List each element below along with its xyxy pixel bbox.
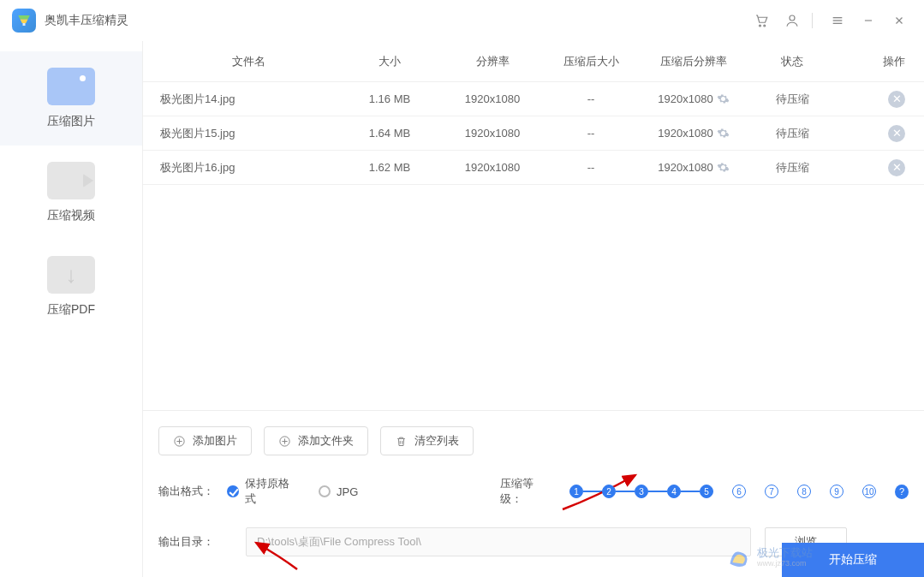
level-node-9[interactable]: 9: [830, 485, 844, 498]
svg-rect-0: [23, 23, 26, 26]
gear-icon[interactable]: [717, 127, 730, 140]
col-header-name: 文件名: [158, 54, 338, 69]
table-row: 极光图片15.jpg1.64 MB1920x1080--1920x1080待压缩…: [143, 116, 924, 151]
app-title: 奥凯丰压缩精灵: [45, 13, 128, 28]
cell-resolution: 1920x1080: [441, 161, 544, 174]
add-folder-button[interactable]: 添加文件夹: [264, 426, 368, 455]
level-node-2[interactable]: 2: [602, 485, 616, 498]
table-header: 文件名 大小 分辨率 压缩后大小 压缩后分辨率 状态 操作: [143, 41, 924, 82]
cell-csize: --: [544, 161, 638, 174]
level-node-8[interactable]: 8: [797, 485, 811, 498]
radio-keep-format[interactable]: 保持原格式: [227, 476, 295, 507]
button-label: 清空列表: [414, 433, 459, 449]
table-body: 极光图片14.jpg1.16 MB1920x1080--1920x1080待压缩…: [143, 82, 924, 410]
gear-icon[interactable]: [717, 92, 730, 105]
video-icon: [47, 162, 95, 199]
minimize-icon[interactable]: [855, 8, 881, 33]
col-header-csize: 压缩后大小: [544, 54, 638, 69]
watermark-text: 极光下载站: [757, 547, 813, 559]
sidebar-item-video[interactable]: 压缩视频: [0, 146, 142, 240]
sidebar-item-label: 压缩PDF: [47, 302, 95, 318]
radio-label: JPG: [337, 485, 358, 498]
sidebar-item-label: 压缩视频: [47, 208, 95, 223]
table-row: 极光图片14.jpg1.16 MB1920x1080--1920x1080待压缩…: [143, 82, 924, 116]
menu-icon[interactable]: [825, 8, 850, 33]
level-node-10[interactable]: 10: [862, 485, 876, 498]
cell-operation: ✕: [835, 91, 909, 108]
cell-size: 1.62 MB: [338, 161, 441, 174]
level-node-7[interactable]: 7: [765, 485, 778, 498]
delete-icon[interactable]: ✕: [888, 159, 905, 176]
cell-size: 1.16 MB: [338, 92, 441, 105]
svg-point-3: [790, 15, 795, 21]
watermark: 极光下载站 www.jz73.com: [726, 544, 813, 570]
app-logo: [12, 9, 36, 33]
radio-dot-icon: [227, 485, 238, 497]
button-label: 开始压缩: [829, 552, 877, 568]
level-node-3[interactable]: 3: [635, 485, 648, 498]
sidebar-item-pdf[interactable]: 压缩PDF: [0, 240, 142, 334]
delete-icon[interactable]: ✕: [888, 125, 905, 142]
close-icon[interactable]: [886, 8, 912, 33]
col-header-status: 状态: [749, 54, 835, 69]
level-node-5[interactable]: 5: [700, 485, 713, 498]
cell-cres: 1920x1080: [638, 161, 749, 174]
compression-level-slider[interactable]: 12345678910: [569, 485, 876, 498]
sidebar-item-label: 压缩图片: [47, 114, 95, 129]
button-label: 添加图片: [193, 433, 237, 449]
compression-level-label: 压缩等级：: [500, 476, 552, 507]
gear-icon[interactable]: [717, 161, 730, 174]
cell-csize: --: [544, 127, 638, 140]
cell-cres: 1920x1080: [638, 92, 749, 105]
cell-status: 待压缩: [749, 92, 835, 107]
sidebar-item-image[interactable]: 压缩图片: [0, 51, 142, 146]
col-header-size: 大小: [338, 54, 441, 69]
cell-status: 待压缩: [749, 126, 835, 141]
level-node-6[interactable]: 6: [732, 485, 746, 498]
cell-csize: --: [544, 92, 638, 105]
cell-size: 1.64 MB: [338, 127, 441, 140]
pdf-icon: [47, 256, 95, 294]
col-header-operation: 操作: [835, 54, 909, 69]
clear-list-button[interactable]: 清空列表: [380, 426, 474, 455]
cell-resolution: 1920x1080: [441, 127, 544, 140]
radio-jpg[interactable]: JPG: [319, 485, 358, 498]
bottom-panel: 添加图片 添加文件夹 清空列表 输出格式： 保持原格式: [143, 410, 924, 577]
svg-point-2: [764, 25, 766, 27]
col-header-cres: 压缩后分辨率: [638, 54, 749, 69]
cell-name: 极光图片16.jpg: [158, 160, 338, 175]
titlebar: 奥凯丰压缩精灵: [0, 0, 924, 41]
radio-dot-icon: [319, 485, 331, 497]
delete-icon[interactable]: ✕: [888, 91, 905, 108]
table-row: 极光图片16.jpg1.62 MB1920x1080--1920x1080待压缩…: [143, 151, 924, 185]
cell-operation: ✕: [835, 159, 909, 176]
col-header-resolution: 分辨率: [441, 54, 544, 69]
cell-name: 极光图片15.jpg: [158, 126, 338, 141]
sidebar: 压缩图片 压缩视频 压缩PDF: [0, 41, 142, 577]
add-image-button[interactable]: 添加图片: [158, 426, 252, 455]
cell-cres: 1920x1080: [638, 127, 749, 140]
button-label: 添加文件夹: [298, 433, 354, 449]
cell-status: 待压缩: [749, 160, 835, 175]
help-icon[interactable]: ?: [895, 485, 909, 499]
image-icon: [47, 68, 95, 105]
cell-name: 极光图片14.jpg: [158, 92, 338, 107]
user-icon[interactable]: [779, 8, 805, 33]
cell-operation: ✕: [835, 125, 909, 142]
watermark-sub: www.jz73.com: [757, 559, 813, 568]
svg-point-1: [760, 25, 761, 27]
level-node-4[interactable]: 4: [667, 485, 681, 498]
cart-icon[interactable]: [748, 8, 774, 33]
radio-label: 保持原格式: [245, 476, 296, 507]
level-node-1[interactable]: 1: [569, 485, 583, 498]
output-format-label: 输出格式：: [158, 484, 227, 499]
cell-resolution: 1920x1080: [441, 92, 544, 105]
